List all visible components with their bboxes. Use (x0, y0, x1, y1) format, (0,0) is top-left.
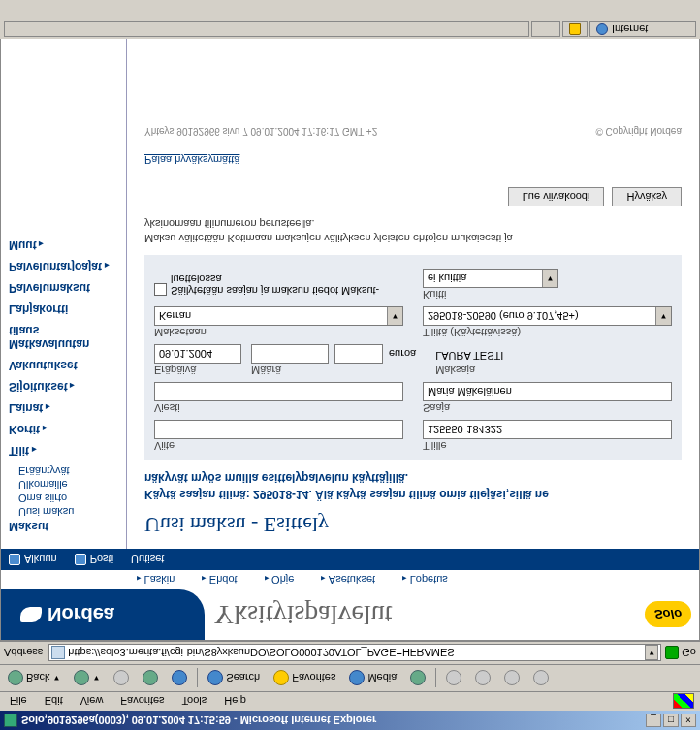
sidebar-oma-siirto[interactable]: Oma siirto (18, 492, 118, 504)
history-button[interactable] (406, 669, 430, 688)
menu-help[interactable]: Help (220, 695, 250, 709)
sidebar-palvelumaksut[interactable]: Palvelumaksut (9, 281, 118, 295)
menu-edit[interactable]: Edit (41, 695, 67, 709)
sidebar-kortit[interactable]: Kortit (9, 423, 118, 436)
favorites-button[interactable]: Favorites (270, 669, 339, 688)
sidebar-lahjakortti[interactable]: Lahjakortti (9, 302, 118, 316)
input-viesti[interactable] (154, 382, 403, 401)
home-button[interactable] (168, 669, 191, 688)
nav-uutiset[interactable]: Uutiset (131, 554, 164, 565)
sidebar-sijoitukset[interactable]: Sijoitukset (9, 380, 118, 394)
address-input[interactable]: https://solo3.merita.fi/cgi-bin/S8yxksun… (48, 645, 661, 662)
page-icon (51, 647, 65, 660)
input-erapaiva[interactable] (154, 344, 241, 364)
search-icon (207, 671, 223, 686)
window-title: Solo,9019296a(0003), 09.01.2004 17:15:59… (21, 714, 644, 726)
address-bar: Address https://solo3.merita.fi/cgi-bin/… (0, 641, 700, 664)
forward-arrow-icon (74, 671, 89, 686)
go-button[interactable]: Go (665, 647, 696, 660)
menu-file[interactable]: File (6, 695, 31, 709)
sidebar-matkavaluutta[interactable]: Matkavaluutan tilaus (9, 324, 118, 351)
label-maara: Määrä (251, 365, 416, 376)
sidebar-vakuutukset[interactable]: Vakuutukset (9, 359, 118, 372)
sidebar-ulkomaille[interactable]: Ulkomaille (18, 479, 118, 491)
discuss-button[interactable] (529, 669, 553, 688)
select-tililta[interactable]: 295018-20590 (euro 9.107,45+) ▼ (423, 306, 672, 326)
refresh-button[interactable] (139, 669, 162, 688)
label-viite: Viite (154, 440, 403, 452)
menu-favorites[interactable]: Favorites (116, 695, 168, 709)
sidebar-lainat[interactable]: Lainat (9, 401, 118, 415)
stop-button[interactable] (110, 669, 133, 688)
mail-button[interactable] (442, 669, 465, 688)
ie-icon (4, 714, 17, 727)
account-note: Käytä saajan tilinä: 295018-14. Älä käyt… (144, 469, 682, 502)
link-ohje[interactable]: Ohje (265, 574, 295, 586)
address-label: Address (4, 648, 43, 659)
sidebar-palveluntarjoajat[interactable]: Palveluntarjoajat (9, 260, 118, 273)
select-maksetaan[interactable]: Kerran ▼ (154, 306, 403, 326)
menu-view[interactable]: View (77, 695, 108, 709)
back-button[interactable]: Back▼ (4, 669, 64, 688)
input-maara[interactable] (251, 344, 329, 364)
mail-small-icon (75, 554, 86, 565)
toolbar: Back▼ ▼ Search Favorites Media (0, 664, 700, 691)
nordea-mark-icon (20, 607, 42, 622)
separator (197, 669, 198, 688)
checkbox-save-payee[interactable]: Säilytetään saajan ja maksun tiedot Maks… (154, 273, 403, 297)
nordea-logo: Nordea (1, 589, 205, 640)
status-bar: Internet (0, 20, 700, 40)
print-button[interactable] (471, 669, 494, 688)
menu-bar: File Edit View Favorites Tools Help (0, 691, 700, 711)
forward-button[interactable]: ▼ (70, 669, 104, 688)
input-maara-cents[interactable] (334, 344, 383, 364)
chevron-down-icon: ▼ (542, 270, 557, 287)
close-button[interactable]: × (681, 714, 696, 727)
read-barcode-button[interactable]: Lue viivakoodi (508, 187, 605, 206)
approve-button[interactable]: Hyväksy (612, 187, 682, 206)
sidebar-tilit[interactable]: Tilit (9, 444, 118, 458)
edit-button[interactable] (500, 669, 524, 688)
label-tililta: Tililtä (Käytettävissä) (423, 327, 672, 338)
main-panel: Uusi maksu - Esittely Käytä saajan tilin… (127, 39, 699, 549)
media-button[interactable]: Media (345, 669, 400, 688)
select-tililta-value: 295018-20590 (euro 9.107,45+) (424, 310, 655, 322)
address-dropdown[interactable]: ▼ (645, 646, 658, 661)
sidebar-muut[interactable]: Muut (9, 238, 118, 252)
label-tilille: Tilille (423, 440, 672, 452)
link-lopetus[interactable]: Lopetus (402, 574, 448, 586)
mail-icon (446, 671, 461, 686)
input-saaja[interactable] (423, 382, 672, 401)
chevron-down-icon: ▼ (655, 307, 671, 325)
menu-tools[interactable]: Tools (178, 695, 211, 709)
select-kuitti[interactable]: ei kuittia ▼ (423, 269, 558, 288)
home-icon (172, 671, 187, 686)
link-laskin[interactable]: Laskin (137, 574, 175, 586)
nav-alkuun[interactable]: Alkuun (9, 554, 57, 565)
label-kuitti: Kuitti (423, 289, 672, 301)
search-button[interactable]: Search (204, 669, 264, 688)
disclaimer-line2: yksinomaan tilinumeron perusteella. (144, 218, 314, 230)
history-icon (410, 671, 426, 686)
disclaimer: Maksu välitetään Kotimaan maksujen välit… (144, 216, 682, 246)
go-icon (665, 647, 679, 660)
back-without-approval-link[interactable]: Palaa hyväksymättä (144, 154, 239, 166)
link-ehdot[interactable]: Ehdot (202, 574, 237, 586)
sidebar-eraantyvat[interactable]: Erääntyvät (18, 465, 118, 477)
checkbox-icon (154, 283, 167, 296)
blue-nav-bar: Alkuun Posti Uutiset (1, 549, 699, 570)
minimize-button[interactable]: _ (646, 714, 661, 727)
media-icon (349, 671, 365, 686)
back-label: Back (26, 673, 49, 684)
service-title: Yksityispalvelut (214, 599, 393, 630)
link-asetukset[interactable]: Asetukset (321, 574, 375, 586)
sidebar-uusi-maksu[interactable]: Uusi maksu (18, 506, 118, 518)
label-maksetaan: Maksetaan (154, 327, 403, 338)
input-tilille[interactable] (423, 420, 672, 439)
content-area: Nordea Yksityispalvelut Solo Laskin Ehdo… (0, 40, 700, 641)
maximize-button[interactable]: □ (663, 714, 679, 727)
input-viite[interactable] (154, 420, 403, 439)
sidebar-maksut[interactable]: Maksut (9, 520, 118, 533)
media-label: Media (367, 673, 397, 684)
nav-posti[interactable]: Posti (75, 554, 113, 565)
